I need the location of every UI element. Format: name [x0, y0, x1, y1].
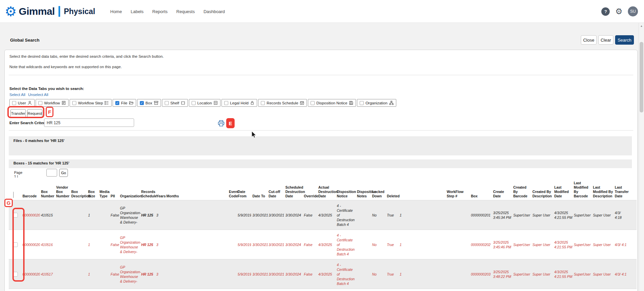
column-header-dateFrom: Date From: [238, 190, 251, 198]
data-tab-label: Shelf: [170, 101, 179, 105]
cell-lastTransferDate: 4/3/ 4:18: [615, 210, 628, 220]
data-tab-box[interactable]: ✓Box: [137, 99, 161, 107]
data-tab-file[interactable]: ✓File: [113, 99, 136, 107]
settings-gear-icon[interactable]: ⚙: [615, 7, 622, 15]
brand-name: Gimmal: [19, 6, 55, 17]
column-header-lastModifiedByDescription: Last Modified By Description: [593, 185, 614, 198]
cell-lastModifiedByDescription: Super User: [593, 242, 614, 247]
file-icon: [129, 101, 133, 105]
table-row[interactable]: 00000002014105151FalseGP Organization-Wa…: [9, 200, 637, 230]
cell-lastTransferDate: 4/3/ 4:1: [615, 272, 628, 276]
column-header-lockedDown: Locked Down: [372, 190, 386, 198]
box-icon: [154, 101, 158, 105]
nav-requests[interactable]: Requests: [176, 9, 195, 14]
nav-reports[interactable]: Reports: [152, 9, 168, 14]
select-all-link[interactable]: Select All: [9, 93, 25, 97]
data-tab-checkbox[interactable]: [192, 101, 196, 105]
table-row[interactable]: 00000002024105161FalseGP Organization-Wa…: [9, 230, 637, 259]
cell-recordsSchedule: HR 125: [141, 212, 155, 217]
cell-dispositionNotice: 4 - Certificate of Destruction Batch 4: [337, 203, 356, 227]
user-icon: [28, 101, 32, 105]
divider: [9, 130, 633, 131]
records-schedule-icon: [300, 101, 304, 105]
data-tab-label: Box: [146, 101, 152, 105]
app-logo: ⚙ Gimmal Physical: [5, 0, 95, 23]
data-tab-checkbox[interactable]: ✓: [140, 101, 144, 105]
annotation-label-g: G: [4, 199, 13, 207]
search-criteria-input[interactable]: [44, 118, 134, 127]
data-tab-checkbox[interactable]: [165, 101, 169, 105]
unselect-all-link[interactable]: Unselect All: [28, 93, 48, 97]
nav-labels[interactable]: Labels: [131, 9, 144, 14]
divider: [9, 75, 633, 75]
data-tab-checkbox[interactable]: [311, 101, 315, 105]
data-tab-checkbox[interactable]: ✓: [115, 101, 119, 105]
cell-boxSize: 1: [88, 212, 98, 217]
data-tab-checkbox[interactable]: [360, 101, 364, 105]
cell-scheduledDestructionDate: 3/30/2024: [285, 272, 304, 276]
column-header-workFlowStep: WorkFlow Step #: [447, 190, 466, 198]
column-header-organization: Organization: [120, 194, 141, 198]
vertical-scrollbar[interactable]: ▲: [639, 23, 644, 291]
go-button[interactable]: Go: [59, 169, 68, 177]
cell-organization: GP Organization-Warehouse & Delivery-: [120, 205, 141, 225]
select-all-rows-checkbox[interactable]: [13, 192, 14, 198]
print-icon[interactable]: [218, 120, 225, 128]
data-tab-label: Disposition Notice: [316, 101, 347, 105]
cell-workFlowStep: 1: [400, 242, 416, 247]
user-avatar[interactable]: SU: [628, 6, 638, 16]
column-header-barcode: Barcode: [23, 194, 40, 198]
cell-lastModifiedDate: 4/3/2025 4:21:55 PM: [554, 240, 572, 249]
data-tab-disposition-notice[interactable]: Disposition Notice: [308, 99, 356, 107]
cell-actualDestructionDate: 4/3/2025: [318, 242, 336, 247]
column-header-deleted: Deleted: [387, 194, 399, 198]
files-results-section: Files - 0 matches for 'HR 125': [9, 136, 632, 155]
help-icon[interactable]: ?: [601, 7, 610, 16]
data-tab-user[interactable]: User: [9, 99, 35, 107]
column-header-vendorBoxNumber: Vendor Box Number: [56, 185, 71, 198]
data-tab-legal-hold[interactable]: Legal Hold: [222, 99, 257, 107]
cell-createDate: 3/25/2025 3:45:34 PM: [493, 210, 511, 220]
data-tab-checkbox[interactable]: [72, 101, 76, 105]
scrollbar-up-arrow[interactable]: ▲: [639, 25, 644, 28]
select-links: Select All Unselect All: [9, 93, 50, 97]
organization-icon: [389, 101, 394, 105]
instructions-line-2: Note that wildcards and keywords are not…: [9, 65, 122, 69]
search-button[interactable]: Search: [615, 35, 634, 45]
column-header-lastModifiedByBarcode: Last Modified By Barcode: [574, 181, 591, 199]
data-tab-label: Legal Hold: [230, 101, 248, 105]
clear-button[interactable]: Clear: [598, 35, 613, 45]
cell-barcode[interactable]: 0000000201: [23, 212, 40, 217]
cell-scheduledDestructionDate: 3/30/2024: [285, 242, 304, 247]
cell-lastModifiedByDescription: Super User: [593, 212, 614, 217]
jump-to-page-input[interactable]: [46, 169, 57, 177]
column-header-actualDestructionDate: Actual Destruction Date: [318, 185, 336, 198]
cell-deleted: True: [387, 272, 399, 276]
data-tab-checkbox[interactable]: [12, 101, 16, 105]
data-tab-checkbox[interactable]: [38, 101, 42, 105]
data-tab-checkbox[interactable]: [261, 101, 265, 105]
data-tab-checkbox[interactable]: [224, 101, 228, 105]
table-row[interactable]: 00000002034105171FalseGP Organization-Wa…: [9, 259, 637, 289]
cell-dateFrom: 5/9/2019: [238, 272, 251, 276]
column-header-lastTransferDate: Last Transfer Date: [615, 185, 628, 198]
data-tab-records-schedule[interactable]: Records Schedule: [258, 99, 307, 107]
cell-lockedDown: No: [372, 272, 386, 276]
cell-barcode[interactable]: 0000000202: [23, 242, 40, 247]
workflow-icon: [62, 101, 66, 105]
scrollbar-thumb[interactable]: [640, 42, 643, 112]
cell-organization: GP Organization-Warehouse & Delivery-: [120, 264, 141, 284]
data-tab-workflow[interactable]: Workflow: [36, 99, 69, 107]
cell-barcode[interactable]: 0000000203: [23, 272, 40, 276]
close-button[interactable]: Close: [581, 35, 597, 45]
data-tab-location[interactable]: Location: [189, 99, 220, 107]
cell-recordsSchedule: HR 125: [141, 242, 155, 247]
nav-dashboard[interactable]: Dashboard: [203, 9, 225, 14]
mouse-cursor: [251, 131, 257, 140]
data-tab-shelf[interactable]: Shelf: [162, 99, 188, 107]
data-tab-workflow-step[interactable]: Workflow Step: [70, 99, 112, 107]
nav-home[interactable]: Home: [110, 9, 122, 14]
data-tab-organization[interactable]: Organization: [357, 99, 396, 107]
annotation-box-transfer-request: [7, 106, 44, 118]
cell-lastTransferDate: 4/3/ 4:1: [615, 242, 628, 247]
